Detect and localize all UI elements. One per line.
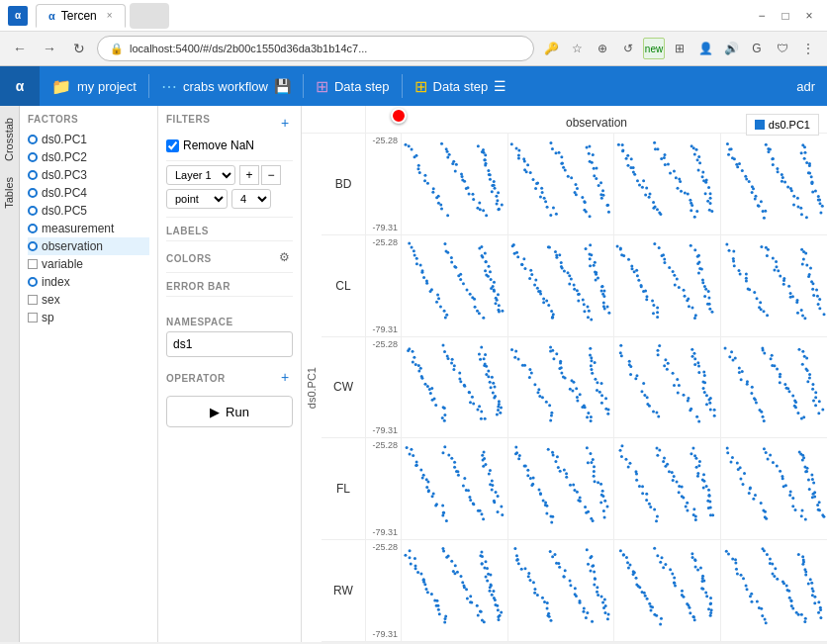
maximize-button[interactable]: □	[776, 6, 795, 26]
svg-point-1076	[437, 608, 440, 611]
svg-point-750	[753, 398, 756, 401]
password-icon[interactable]: 🔑	[540, 38, 562, 59]
svg-point-692	[652, 410, 655, 413]
svg-point-809	[426, 481, 429, 484]
svg-point-149	[644, 193, 647, 196]
y-ticks: -25.28-79.31	[366, 337, 402, 438]
svg-point-562	[443, 418, 446, 421]
svg-point-413	[616, 244, 619, 247]
toolbar-workflow[interactable]: ⋯ crabs workflow 💾	[149, 66, 303, 106]
run-button[interactable]: ▶ Run	[166, 396, 293, 427]
svg-point-237	[783, 181, 786, 184]
factor-item-sex[interactable]: sex	[28, 291, 149, 309]
svg-point-479	[732, 249, 735, 252]
svg-point-704	[673, 384, 676, 387]
bookmark-icon[interactable]: ☆	[566, 38, 588, 59]
operator-add-button[interactable]: +	[277, 369, 293, 385]
sidebar-tab-crosstab[interactable]: Crosstab	[0, 110, 21, 169]
toolbar-datastep2[interactable]: ⊞ Data step ☰	[403, 66, 519, 106]
address-bar[interactable]: 🔒 localhost:5400/#/ds/2b00c1550d36da3b1b…	[97, 36, 534, 61]
layer-select[interactable]: Layer 1	[166, 165, 235, 185]
svg-point-25	[451, 162, 454, 165]
svg-point-1027	[791, 506, 794, 508]
browser-icon7[interactable]: 🛡	[772, 38, 793, 59]
app-logo: α	[0, 66, 40, 106]
new-icon[interactable]: new	[643, 38, 665, 59]
svg-point-909	[589, 452, 592, 455]
titlebar: α α Tercen × − □ ×	[0, 0, 827, 32]
svg-point-776	[796, 412, 799, 414]
svg-point-1301	[787, 590, 790, 593]
browser-icon4[interactable]: 👤	[694, 38, 716, 59]
svg-point-578	[471, 395, 474, 398]
factor-item-ds0.PC3[interactable]: ds0.PC3	[28, 166, 149, 184]
nav-bar: ← → ↻ 🔒 localhost:5400/#/ds/2b00c1550d36…	[0, 32, 827, 65]
svg-point-996	[729, 461, 732, 464]
minimize-button[interactable]: −	[752, 6, 772, 26]
svg-point-849	[489, 469, 492, 472]
svg-point-1191	[601, 601, 604, 604]
menu-button[interactable]: ⋮	[797, 38, 819, 59]
point-size-select[interactable]: 4	[231, 189, 271, 209]
browser-icon3[interactable]: ⊞	[669, 38, 690, 59]
toolbar-datastep1[interactable]: ⊞ Data step	[304, 66, 402, 106]
factor-item-observation[interactable]: observation	[28, 237, 149, 255]
svg-point-244	[796, 205, 799, 208]
svg-point-1185	[593, 584, 596, 587]
browser-tab-active[interactable]: α Tercen ×	[36, 4, 126, 28]
sidebar-tab-tables[interactable]: Tables	[0, 169, 21, 217]
svg-point-739	[733, 356, 736, 359]
browser-icon5[interactable]: 🔊	[720, 38, 742, 59]
browser-icon1[interactable]: ⊕	[592, 38, 613, 59]
svg-point-1008	[759, 502, 762, 505]
reload-button[interactable]: ↻	[67, 37, 91, 60]
svg-point-984	[707, 489, 710, 492]
browser-icon6[interactable]: G	[746, 38, 768, 59]
colors-gear-button[interactable]: ⚙	[275, 248, 293, 266]
divider-2	[166, 217, 293, 218]
svg-point-705	[678, 384, 681, 387]
svg-point-99	[563, 169, 566, 172]
svg-point-731	[705, 403, 708, 406]
row-label-CL: CL	[322, 235, 365, 337]
y-tick-min: -79.31	[369, 425, 398, 435]
close-button[interactable]: ×	[799, 6, 819, 26]
factor-item-ds0.PC5[interactable]: ds0.PC5	[28, 202, 149, 220]
svg-point-1186	[596, 586, 598, 589]
filters-add-button[interactable]: +	[277, 115, 293, 131]
svg-point-798	[406, 446, 409, 449]
svg-point-935	[635, 479, 638, 482]
legend-label: ds0.PC1	[769, 119, 810, 131]
factor-item-ds0.PC1[interactable]: ds0.PC1	[28, 131, 149, 148]
svg-point-418	[627, 258, 630, 261]
svg-point-1056	[409, 550, 412, 553]
y-tick-max: -25.28	[369, 339, 398, 349]
namespace-input[interactable]	[166, 331, 293, 357]
factor-item-index[interactable]: index	[28, 273, 149, 291]
back-button[interactable]: ←	[8, 37, 32, 60]
forward-button[interactable]: →	[38, 37, 61, 60]
factor-item-variable[interactable]: variable	[28, 255, 149, 273]
svg-point-1160	[563, 569, 566, 572]
svg-point-464	[700, 267, 703, 270]
factor-item-sp[interactable]: sp	[28, 309, 149, 326]
svg-point-386	[587, 309, 590, 312]
factor-item-ds0.PC4[interactable]: ds0.PC4	[28, 184, 149, 202]
layer-add-button[interactable]: +	[239, 165, 259, 185]
svg-point-347	[528, 277, 531, 280]
point-type-select[interactable]: point	[166, 189, 228, 209]
toolbar-project[interactable]: 📁 my project	[40, 66, 148, 106]
svg-point-216	[750, 191, 753, 194]
factor-item-measurement[interactable]: measurement	[28, 220, 149, 237]
svg-point-434	[652, 312, 655, 315]
remove-nan-checkbox[interactable]	[166, 139, 179, 152]
svg-point-1040	[805, 470, 808, 473]
layer-remove-button[interactable]: −	[261, 165, 281, 185]
factor-item-ds0.PC2[interactable]: ds0.PC2	[28, 148, 149, 166]
svg-point-1332	[819, 616, 822, 619]
browser-icon2[interactable]: ↺	[617, 38, 639, 59]
tab-close-button[interactable]: ×	[107, 10, 113, 21]
svg-point-58	[494, 187, 497, 190]
svg-point-660	[590, 356, 593, 359]
svg-point-611	[499, 411, 502, 414]
